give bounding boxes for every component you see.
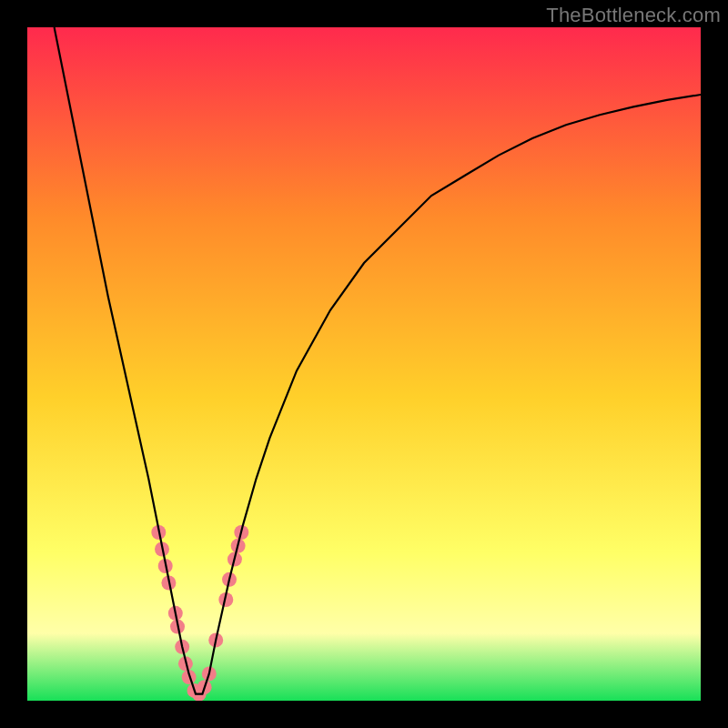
gradient-background	[27, 27, 701, 701]
plot-area	[27, 27, 701, 701]
chart-frame: TheBottleneck.com	[0, 0, 728, 728]
plot-svg	[27, 27, 701, 701]
watermark-text: TheBottleneck.com	[546, 4, 721, 27]
